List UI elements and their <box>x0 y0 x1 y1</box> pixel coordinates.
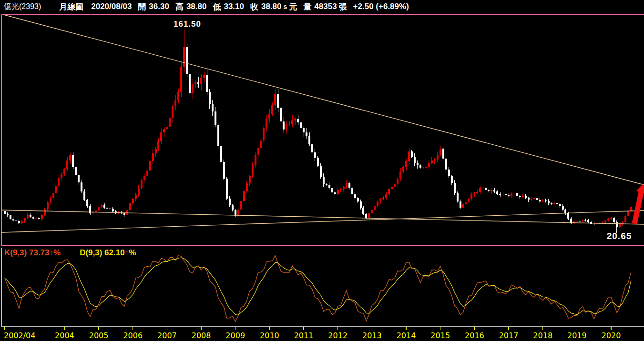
candle-body <box>346 183 348 188</box>
candle-body <box>562 206 564 210</box>
candle-body <box>78 175 80 182</box>
candle-body <box>613 218 615 222</box>
k-percent: % <box>53 248 61 257</box>
candle-body <box>52 193 54 198</box>
x-axis-label: 2014 <box>397 331 416 340</box>
candle-body <box>263 128 265 140</box>
k-value: 73.73 <box>29 248 50 257</box>
breakout-arrow-icon <box>632 184 644 224</box>
candle-body <box>348 183 350 188</box>
candle-body <box>559 204 561 206</box>
candle-body <box>385 194 387 198</box>
candle-body <box>32 217 34 218</box>
peak-price-label: 161.50 <box>174 20 201 29</box>
candle-body <box>354 194 356 199</box>
candle-body <box>493 190 495 191</box>
candle-body <box>445 159 447 170</box>
candle-body <box>55 186 57 193</box>
candle-body <box>283 121 285 129</box>
candle-body <box>371 210 373 213</box>
candle-body <box>564 210 566 213</box>
kd-indicator-lines <box>5 256 631 322</box>
candle-body <box>388 189 390 194</box>
candle-body <box>425 167 427 168</box>
candle-body <box>460 201 461 208</box>
candle-body <box>155 149 157 153</box>
candle-body <box>399 171 401 179</box>
candle-body <box>291 120 293 124</box>
breakout-arrow <box>632 184 644 224</box>
candle-body <box>365 214 367 218</box>
candle-body <box>357 198 359 201</box>
candle-body <box>308 136 310 144</box>
trend-lines <box>1 15 644 232</box>
candle-body <box>157 141 159 149</box>
candle-body <box>323 177 325 185</box>
candle-body <box>405 161 407 167</box>
candle-body <box>186 47 188 74</box>
candle-body <box>314 152 316 158</box>
kd-indicator-labels: K(9,3) 73.73↑%D(9,3) 62.10↑% <box>4 248 136 258</box>
candle-body <box>548 201 550 203</box>
long-descending-resistance <box>4 15 644 185</box>
candle-body <box>294 119 296 120</box>
candle-body <box>123 213 125 216</box>
candle-body <box>146 170 148 176</box>
candle-body <box>476 192 478 193</box>
candle-body <box>44 210 46 215</box>
x-axis-label: 2010 <box>260 331 279 340</box>
candle-body <box>525 196 527 198</box>
candle-body <box>528 198 530 200</box>
ascending-support <box>1 211 644 232</box>
candle-body <box>519 196 521 197</box>
x-axis-label: 2007 <box>157 331 177 340</box>
candle-body <box>106 208 108 208</box>
candle-body <box>260 140 262 149</box>
x-axis-label: 2018 <box>533 331 552 340</box>
candlestick-series <box>4 30 632 233</box>
candle-body <box>496 191 498 194</box>
candle-body <box>462 204 464 208</box>
d-up-arrow-icon: ↑ <box>125 248 129 257</box>
candle-body <box>382 198 384 199</box>
candle-body <box>75 167 77 175</box>
candle-body <box>337 190 339 194</box>
candle-body <box>41 215 43 220</box>
candle-body <box>394 184 396 187</box>
candle-body <box>152 153 154 161</box>
candle-body <box>174 100 176 106</box>
stock-chart-app: 億光(2393) 月線圖 2020/08/03 開 36.30 高 38.80 … <box>0 0 644 341</box>
candle-body <box>246 183 248 191</box>
candle-body <box>579 221 581 221</box>
candle-body <box>268 114 270 119</box>
candle-body <box>311 144 313 152</box>
candle-body <box>627 211 629 215</box>
candle-body <box>434 160 436 160</box>
candle-body <box>103 205 105 208</box>
candle-body <box>101 205 102 207</box>
candle-body <box>508 195 510 196</box>
candle-body <box>419 165 421 168</box>
candle-body <box>92 212 94 213</box>
candle-body <box>551 203 552 204</box>
candle-body <box>351 188 353 194</box>
d-line <box>5 258 631 315</box>
panel-borders <box>1 15 644 327</box>
candle-body <box>485 188 487 191</box>
chart-canvas[interactable]: 2002/04200420052006200720082009201020112… <box>0 0 644 341</box>
candle-body <box>21 221 23 223</box>
candle-body <box>619 224 621 227</box>
candle-body <box>448 170 450 176</box>
candle-body <box>240 201 242 210</box>
candle-body <box>479 188 481 192</box>
candle-body <box>536 198 538 200</box>
candle-body <box>243 191 245 201</box>
candle-body <box>232 205 234 210</box>
candle-body <box>454 183 456 193</box>
x-axis-label: 2012 <box>328 331 348 340</box>
k-line <box>5 256 631 322</box>
candle-body <box>505 194 507 195</box>
candle-body <box>160 132 162 141</box>
candle-body <box>35 218 37 219</box>
candle-body <box>166 127 168 130</box>
